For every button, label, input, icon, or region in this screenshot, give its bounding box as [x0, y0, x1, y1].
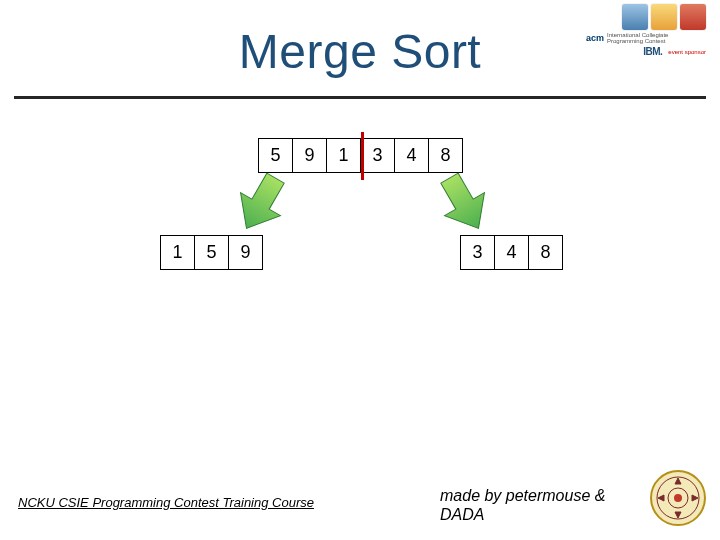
- svg-marker-1: [430, 170, 499, 240]
- badge-blue: [622, 4, 648, 30]
- cell: 9: [292, 138, 327, 173]
- cell: 3: [360, 138, 395, 173]
- cell: 5: [194, 235, 229, 270]
- cell: 1: [326, 138, 361, 173]
- cell: 4: [394, 138, 429, 173]
- ibm-logo-line: IBM. event sponsor: [643, 46, 706, 57]
- svg-marker-0: [227, 170, 296, 240]
- footer-credit: made by petermouse & DADA: [440, 486, 605, 524]
- ibm-text: IBM.: [643, 46, 662, 57]
- svg-point-5: [674, 494, 682, 502]
- credit-line-2: DADA: [440, 506, 484, 523]
- badge-red: [680, 4, 706, 30]
- logo-badges: [622, 4, 706, 30]
- cell: 4: [494, 235, 529, 270]
- ibm-subtext: event sponsor: [668, 49, 706, 55]
- university-seal-icon: [650, 470, 706, 526]
- acm-text: acm: [586, 33, 604, 43]
- cell: 5: [258, 138, 293, 173]
- arrow-right-icon: [420, 170, 510, 240]
- array-left: 1 5 9: [160, 235, 263, 270]
- badge-yellow: [651, 4, 677, 30]
- cell: 8: [528, 235, 563, 270]
- cell: 8: [428, 138, 463, 173]
- acm-logo-line: acm International Collegiate Programming…: [586, 32, 706, 44]
- title-underline: [14, 96, 706, 99]
- credit-line-1: made by petermouse &: [440, 487, 605, 504]
- footer-course: NCKU CSIE Programming Contest Training C…: [18, 495, 314, 510]
- array-right: 3 4 8: [460, 235, 563, 270]
- corner-logos: acm International Collegiate Programming…: [586, 4, 706, 84]
- acm-subtext: International Collegiate Programming Con…: [607, 32, 706, 44]
- cell: 1: [160, 235, 195, 270]
- arrow-left-icon: [215, 170, 305, 240]
- cell: 3: [460, 235, 495, 270]
- cell: 9: [228, 235, 263, 270]
- split-divider: [361, 132, 364, 180]
